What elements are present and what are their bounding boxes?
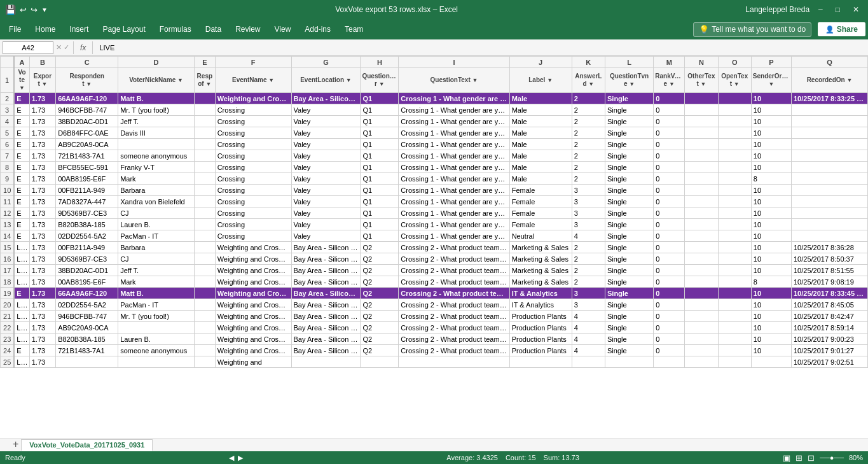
cell-9-8[interactable]: Crossing 1 - What gender are you? (399, 173, 509, 185)
cell-4-2[interactable]: 38BD20AC-0D1 (56, 116, 118, 127)
cell-3-0[interactable]: E (14, 104, 29, 116)
cell-18-10[interactable]: 2 (572, 276, 605, 288)
cell-20-3[interactable]: PacMan - IT (118, 299, 195, 311)
cell-4-1[interactable]: 1.73 (29, 116, 55, 127)
cell-13-11[interactable]: Single (605, 219, 653, 230)
cell-5-1[interactable]: 1.73 (29, 127, 55, 139)
col-J[interactable]: J (509, 57, 572, 68)
cell-13-0[interactable]: E (14, 219, 29, 230)
cell-24-10[interactable]: 4 (572, 345, 605, 356)
cell-22-0[interactable]: LIV (14, 322, 29, 334)
cell-6-9[interactable]: Male (509, 139, 572, 150)
cell-11-2[interactable]: 7AD8327A-447 (56, 196, 118, 207)
cell-3-6[interactable]: Valey (291, 104, 361, 116)
header-resp[interactable]: Respof ▼ (195, 68, 216, 93)
col-Q[interactable]: Q (792, 57, 868, 68)
cell-7-2[interactable]: 721B1483-7A1 (56, 150, 118, 162)
cell-23-5[interactable]: Weighting and Crossing (215, 334, 291, 345)
cell-19-7[interactable]: Q2 (361, 288, 399, 299)
cell-14-9[interactable]: Neutral (509, 230, 572, 242)
cell-15-16[interactable]: 10/25/2017 8:36:28 (792, 242, 868, 253)
cell-21-9[interactable]: Production Plants (509, 311, 572, 322)
cell-20-0[interactable]: LIV (14, 299, 29, 311)
cell-25-5[interactable]: Weighting and (215, 356, 291, 368)
cell-15-6[interactable]: Bay Area - Silicon Valey (291, 242, 361, 253)
cell-3-10[interactable]: 2 (572, 104, 605, 116)
header-eventlocation[interactable]: EventLocation ▼ (291, 68, 361, 93)
menu-data[interactable]: Data (199, 22, 228, 36)
cell-14-8[interactable]: Crossing 1 - What gender are you? (399, 230, 509, 242)
cell-3-13[interactable] (685, 104, 718, 116)
cell-25-14[interactable] (718, 356, 751, 368)
cell-14-12[interactable]: 0 (654, 230, 685, 242)
col-H[interactable]: H (361, 57, 399, 68)
cell-23-6[interactable]: Bay Area - Silicon Valey (291, 334, 361, 345)
cell-10-7[interactable]: Q1 (361, 185, 399, 196)
cell-13-15[interactable]: 10 (751, 219, 791, 230)
cell-11-15[interactable]: 10 (751, 196, 791, 207)
cell-24-14[interactable] (718, 345, 751, 356)
cell-6-0[interactable]: E (14, 139, 29, 150)
cell-7-12[interactable]: 0 (654, 150, 685, 162)
cell-18-1[interactable]: 1.73 (29, 276, 55, 288)
cell-3-9[interactable]: Male (509, 104, 572, 116)
cell-21-7[interactable]: Q2 (361, 311, 399, 322)
cell-15-8[interactable]: Crossing 2 - What product team / departm… (399, 242, 509, 253)
cell-22-15[interactable]: 10 (751, 322, 791, 334)
cell-6-4[interactable] (195, 139, 216, 150)
cell-10-4[interactable] (195, 185, 216, 196)
cell-18-14[interactable] (718, 276, 751, 288)
cell-10-12[interactable]: 0 (654, 185, 685, 196)
cell-25-12[interactable] (654, 356, 685, 368)
cell-9-16[interactable] (792, 173, 868, 185)
cell-20-1[interactable]: 1.73 (29, 299, 55, 311)
cell-10-6[interactable]: Valey (291, 185, 361, 196)
cell-17-13[interactable] (685, 265, 718, 276)
cell-19-11[interactable]: Single (605, 288, 653, 299)
cell-3-4[interactable] (195, 104, 216, 116)
scroll-area[interactable]: A B C D E F G H I J K L M N O P Q (0, 56, 868, 405)
cell-15-3[interactable]: Barbara (118, 242, 195, 253)
cell-23-12[interactable]: 0 (654, 334, 685, 345)
cell-12-7[interactable]: Q1 (361, 207, 399, 219)
cell-12-2[interactable]: 9D5369B7-CE3 (56, 207, 118, 219)
cell-21-8[interactable]: Crossing 2 - What product team / departm… (399, 311, 509, 322)
cell-13-9[interactable]: Female (509, 219, 572, 230)
cell-9-5[interactable]: Crossing (215, 173, 291, 185)
cell-8-4[interactable] (195, 162, 216, 173)
cell-19-10[interactable]: 3 (572, 288, 605, 299)
cell-13-16[interactable] (792, 219, 868, 230)
cell-24-16[interactable]: 10/25/2017 9:01:27 (792, 345, 868, 356)
cell-3-8[interactable]: Crossing 1 - What gender are you? (399, 104, 509, 116)
cell-24-6[interactable]: Bay Area - Silicon Valey (291, 345, 361, 356)
menu-insert[interactable]: Insert (63, 22, 95, 36)
cell-9-12[interactable]: 0 (654, 173, 685, 185)
cell-7-6[interactable]: Valey (291, 150, 361, 162)
cell-13-7[interactable]: Q1 (361, 219, 399, 230)
cell-4-9[interactable]: Male (509, 116, 572, 127)
cell-21-10[interactable]: 4 (572, 311, 605, 322)
header-opentext[interactable]: OpenText ▼ (718, 68, 751, 93)
cell-11-16[interactable] (792, 196, 868, 207)
col-M[interactable]: M (654, 57, 685, 68)
quick-access-dropdown[interactable]: ▼ (41, 6, 48, 13)
cell-8-16[interactable] (792, 162, 868, 173)
header-senderorigin[interactable]: SenderOrigin ▼ (751, 68, 791, 93)
header-respondent[interactable]: Respondent ▼ (56, 68, 118, 93)
cell-17-4[interactable] (195, 265, 216, 276)
header-questiontvn[interactable]: QuestionTvne ▼ (605, 68, 653, 93)
cell-14-16[interactable] (792, 230, 868, 242)
cell-22-5[interactable]: Weighting and Crossing (215, 322, 291, 334)
cell-15-12[interactable]: 0 (654, 242, 685, 253)
cell-13-5[interactable]: Crossing (215, 219, 291, 230)
cell-23-11[interactable]: Single (605, 334, 653, 345)
cell-25-11[interactable] (605, 356, 653, 368)
cell-21-3[interactable]: Mr. T (you fool!) (118, 311, 195, 322)
cell-9-1[interactable]: 1.73 (29, 173, 55, 185)
cell-23-2[interactable]: B820B38A-185 (56, 334, 118, 345)
cell-12-3[interactable]: CJ (118, 207, 195, 219)
cell-24-2[interactable]: 721B1483-7A1 (56, 345, 118, 356)
cell-16-10[interactable]: 2 (572, 253, 605, 265)
cell-12-10[interactable]: 3 (572, 207, 605, 219)
cell-9-6[interactable]: Valey (291, 173, 361, 185)
